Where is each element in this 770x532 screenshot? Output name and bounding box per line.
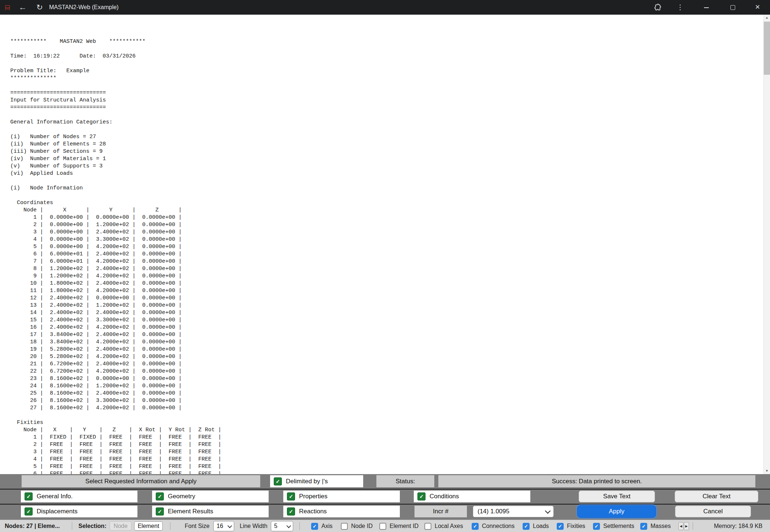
scrollbar[interactable]: ▲ ▼ — [763, 15, 770, 474]
scrollbar-thumb[interactable] — [764, 22, 770, 75]
geometry-checkbox-icon[interactable]: ✓ — [156, 492, 164, 500]
divider — [72, 522, 72, 530]
incr-label: Incr # — [415, 506, 467, 517]
reactions-label: Reactions — [299, 508, 327, 515]
masses-label: Masses — [651, 523, 671, 529]
close-button[interactable]: ✕ — [752, 0, 763, 15]
toggle-node-id[interactable]: Node ID — [341, 520, 373, 532]
font-size-select[interactable]: 16 — [213, 521, 234, 531]
scroll-up-icon[interactable]: ▲ — [764, 15, 770, 21]
divider — [170, 522, 170, 530]
toggle-masses[interactable]: ✓ Masses — [640, 520, 671, 532]
element-results-label: Element Results — [168, 508, 213, 515]
loads-label: Loads — [533, 523, 549, 529]
fixities-checkbox-icon[interactable]: ✓ — [557, 523, 564, 530]
app-logo-icon — [4, 4, 11, 11]
minimize-button[interactable] — [701, 0, 712, 15]
connections-checkbox-icon[interactable]: ✓ — [472, 523, 479, 530]
geometry-checkbox-box[interactable]: ✓ Geometry — [152, 491, 269, 502]
line-width-select[interactable]: 5 — [271, 521, 293, 531]
conditions-label: Conditions — [430, 493, 459, 500]
toggle-connections[interactable]: ✓ Connections — [472, 520, 515, 532]
toggle-element-id[interactable]: Element ID — [379, 520, 419, 532]
element-mode-button[interactable]: Element — [134, 521, 163, 531]
font-size-value: 16 — [217, 523, 223, 529]
status-bar: Nodes: 27 | Eleme... Selection: Node Ele… — [0, 520, 770, 532]
divider — [299, 522, 300, 530]
axis-label: Axis — [321, 523, 332, 529]
conditions-checkbox-box[interactable]: ✓ Conditions — [414, 491, 530, 502]
element-id-label: Element ID — [390, 523, 419, 529]
general-info-checkbox-icon[interactable]: ✓ — [25, 492, 33, 500]
toggle-settlements[interactable]: ✓ Settlements — [593, 520, 634, 532]
general-info-checkbox-box[interactable]: ✓ General Info. — [21, 491, 137, 502]
axis-checkbox-icon[interactable]: ✓ — [311, 523, 318, 530]
local-axes-checkbox-icon[interactable] — [424, 523, 431, 530]
increment-select-value: (14) 1.0095 — [478, 508, 509, 515]
reactions-checkbox-box[interactable]: ✓ Reactions — [283, 506, 400, 517]
general-info-label: General Info. — [37, 493, 73, 500]
panel-divider — [0, 504, 770, 505]
settlements-checkbox-icon[interactable]: ✓ — [593, 523, 600, 530]
apply-button[interactable]: Apply — [578, 506, 656, 517]
toggle-fixities[interactable]: ✓ Fixities — [557, 520, 585, 532]
node-id-checkbox-icon[interactable] — [341, 523, 348, 530]
line-width-label: Line Width — [240, 520, 268, 532]
control-panel: Select Requested Information and Apply ✓… — [0, 474, 770, 520]
line-width-value: 5 — [274, 523, 277, 529]
loads-checkbox-icon[interactable]: ✓ — [523, 523, 530, 530]
cancel-button[interactable]: Cancel — [675, 506, 751, 517]
chevron-down-icon — [287, 523, 291, 528]
analysis-output: *********** MASTAN2 Web *********** Time… — [0, 15, 770, 474]
displacements-label: Displacements — [37, 508, 78, 515]
status-message: Success: Data printed to screen. — [438, 475, 755, 487]
node-id-label: Node ID — [351, 523, 373, 529]
status-label: Status: — [376, 475, 434, 487]
panel-divider — [0, 489, 770, 489]
back-icon[interactable]: ← — [18, 0, 28, 15]
refresh-icon[interactable]: ↻ — [34, 0, 45, 15]
titlebar: ← ↻ MASTAN2-Web (Example) ⋮ ✕ — [0, 0, 770, 15]
properties-checkbox-icon[interactable]: ✓ — [287, 492, 295, 500]
reactions-checkbox-icon[interactable]: ✓ — [287, 507, 295, 516]
clear-text-button[interactable]: Clear Text — [675, 491, 758, 502]
delimited-checkbox-box[interactable]: ✓ Delimited by |'s — [270, 475, 363, 487]
prev-arrow-button[interactable]: ◀ — [678, 522, 684, 530]
scroll-down-icon[interactable]: ▼ — [764, 468, 770, 474]
settlements-label: Settlements — [603, 523, 634, 529]
extensions-icon[interactable] — [653, 3, 661, 11]
memory-indicator: Memory: 184.9 KB — [714, 520, 763, 532]
geometry-label: Geometry — [168, 493, 195, 500]
selection-label: Selection: — [78, 520, 106, 532]
masses-checkbox-icon[interactable]: ✓ — [640, 523, 647, 530]
window-title: MASTAN2-Web (Example) — [49, 0, 119, 15]
displacements-checkbox-box[interactable]: ✓ Displacements — [21, 506, 137, 517]
browser-menu-icon[interactable]: ⋮ — [676, 0, 685, 15]
font-size-label: Font Size — [185, 520, 210, 532]
chevron-down-icon — [545, 508, 551, 514]
toggle-loads[interactable]: ✓ Loads — [523, 520, 549, 532]
local-axes-label: Local Axes — [435, 523, 463, 529]
conditions-checkbox-icon[interactable]: ✓ — [417, 492, 425, 500]
element-results-checkbox-box[interactable]: ✓ Element Results — [152, 506, 269, 517]
save-text-button[interactable]: Save Text — [579, 491, 655, 502]
properties-label: Properties — [299, 493, 327, 500]
increment-select[interactable]: (14) 1.0095 — [473, 506, 554, 517]
model-counts: Nodes: 27 | Eleme... — [5, 520, 60, 532]
divider — [693, 522, 693, 530]
properties-checkbox-box[interactable]: ✓ Properties — [283, 491, 400, 502]
element-results-checkbox-icon[interactable]: ✓ — [156, 507, 164, 516]
next-arrow-button[interactable]: ▶ — [684, 522, 689, 530]
node-mode-button[interactable]: Node — [110, 521, 132, 531]
delimited-checkbox-icon[interactable]: ✓ — [274, 477, 282, 485]
maximize-button[interactable] — [727, 0, 738, 15]
fixities-label: Fixities — [567, 523, 585, 529]
chevron-down-icon — [228, 523, 232, 528]
toggle-local-axes[interactable]: Local Axes — [424, 520, 463, 532]
element-id-checkbox-icon[interactable] — [379, 523, 386, 530]
displacements-checkbox-icon[interactable]: ✓ — [25, 507, 33, 516]
toggle-axis[interactable]: ✓ Axis — [311, 520, 332, 532]
select-requested-info-button[interactable]: Select Requested Information and Apply — [22, 475, 260, 487]
output-area: *********** MASTAN2 Web *********** Time… — [0, 15, 770, 474]
connections-label: Connections — [482, 523, 515, 529]
